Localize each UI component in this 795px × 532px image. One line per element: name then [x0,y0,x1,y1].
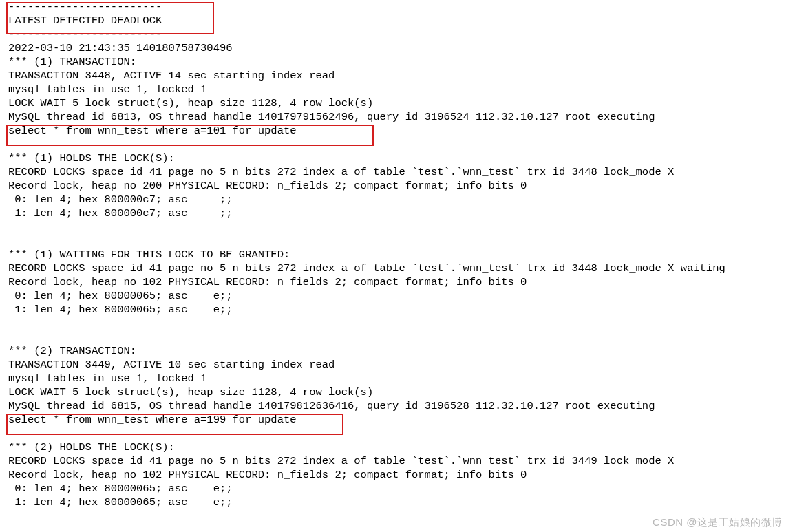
log-line: MySQL thread id 6815, OS thread handle 1… [8,400,655,412]
log-line: MySQL thread id 6813, OS thread handle 1… [8,111,655,123]
log-line: select * from wnn_test where a=101 for u… [8,125,297,137]
log-line: Record lock, heap no 102 PHYSICAL RECORD… [8,276,527,288]
log-line: *** (1) HOLDS THE LOCK(S): [8,152,175,164]
log-line: *** (1) WAITING FOR THIS LOCK TO BE GRAN… [8,248,290,261]
log-line: Record lock, heap no 102 PHYSICAL RECORD… [8,469,527,481]
log-line: RECORD LOCKS space id 41 page no 5 n bit… [8,455,674,467]
log-line: LOCK WAIT 5 lock struct(s), heap size 11… [8,97,373,109]
log-line: RECORD LOCKS space id 41 page no 5 n bit… [8,262,725,275]
log-line: select * from wnn_test where a=199 for u… [8,414,297,426]
log-line: ------------------------ [8,28,162,41]
log-line: Record lock, heap no 200 PHYSICAL RECORD… [8,180,527,192]
log-line: *** (2) HOLDS THE LOCK(S): [8,441,175,454]
log-line: *** (1) TRANSACTION: [8,56,136,68]
log-line: 1: len 4; hex 80000065; asc e;; [8,304,233,316]
log-line: ------------------------ [8,1,162,13]
log-line: 1: len 4; hex 800000c7; asc ;; [8,207,233,220]
log-line: 0: len 4; hex 800000c7; asc ;; [8,193,233,206]
log-line: mysql tables in use 1, locked 1 [8,372,206,385]
log-line: TRANSACTION 3448, ACTIVE 14 sec starting… [8,70,335,82]
log-line: LOCK WAIT 5 lock struct(s), heap size 11… [8,386,373,398]
log-line: 2022-03-10 21:43:35 140180758730496 [8,42,233,54]
log-output: ------------------------ LATEST DETECTED… [0,0,795,509]
log-line: mysql tables in use 1, locked 1 [8,83,206,96]
log-line: LATEST DETECTED DEADLOCK [8,14,162,27]
log-line: RECORD LOCKS space id 41 page no 5 n bit… [8,166,674,178]
watermark: CSDN @这是王姑娘的微博 [653,515,783,529]
log-line: 1: len 4; hex 80000065; asc e;; [8,496,233,509]
log-line: 0: len 4; hex 80000065; asc e;; [8,482,233,495]
log-line: *** (2) TRANSACTION: [8,345,136,357]
log-line: TRANSACTION 3449, ACTIVE 10 sec starting… [8,359,335,371]
log-line: 0: len 4; hex 80000065; asc e;; [8,290,233,302]
